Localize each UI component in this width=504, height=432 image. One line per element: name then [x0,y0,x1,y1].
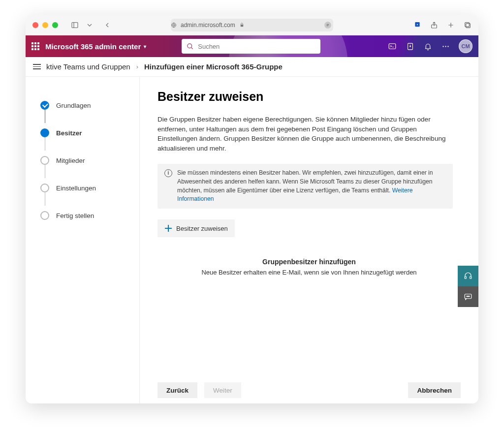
search-box[interactable] [182,39,320,54]
step-einstellungen[interactable]: Einstellungen [40,174,139,202]
empty-subtitle: Neue Besitzer erhalten eine E-Mail, wenn… [158,269,461,276]
svg-point-27 [468,296,469,297]
cancel-button[interactable]: Abbrechen [408,382,461,398]
step-besitzer[interactable]: Besitzer [40,119,139,147]
wizard-body: Grundlagen Besitzer Mitglieder Einstellu… [26,77,478,403]
lock-icon [239,22,245,28]
browser-titlebar: admin.microsoft.com [26,15,478,35]
maximize-window-button[interactable] [52,22,58,28]
product-title: Microsoft 365 admin center [45,42,141,51]
waffle-icon [32,42,39,50]
tabs-icon[interactable] [464,21,472,29]
menu-toggle-button[interactable] [31,64,43,69]
plus-icon [164,224,172,232]
chevron-right-icon: › [136,63,138,70]
url-text: admin.microsoft.com [181,22,235,29]
feedback-button[interactable] [458,286,478,307]
help-headset-button[interactable] [458,266,478,286]
back-button[interactable] [103,21,111,29]
page-title: Besitzer zuweisen [158,90,461,104]
search-input[interactable] [198,43,315,50]
breadcrumb-bar: ktive Teams und Gruppen › Hinzufügen ein… [26,57,478,77]
more-icon[interactable] [441,42,450,51]
breadcrumb: ktive Teams und Gruppen › Hinzufügen ein… [46,62,283,71]
stepper: Grundlagen Besitzer Mitglieder Einstellu… [26,77,140,403]
close-window-button[interactable] [32,22,38,28]
globe-icon [171,22,177,28]
chevron-down-icon[interactable]: ▾ [144,44,146,49]
new-tab-icon[interactable] [447,21,455,29]
bookmark-icon[interactable] [413,21,421,29]
svg-rect-23 [465,277,466,279]
next-button[interactable]: Weiter [204,382,241,398]
svg-rect-13 [465,22,470,27]
window-controls [32,22,58,28]
reader-icon[interactable] [324,22,331,29]
breadcrumb-current: Hinzufügen einer Microsoft 365-Gruppe [144,62,283,71]
svg-rect-0 [72,22,78,28]
svg-line-15 [191,47,193,49]
app-launcher-button[interactable] [26,42,45,50]
bell-icon[interactable] [423,42,432,51]
page-description: Die Gruppen Besitzer haben eigene Berech… [158,115,458,153]
assign-owner-button[interactable]: Besitzer zuweisen [158,219,235,237]
svg-point-21 [445,46,446,47]
svg-point-20 [442,46,443,47]
svg-rect-16 [389,44,396,49]
svg-point-26 [467,296,468,297]
url-bar[interactable]: admin.microsoft.com [171,19,333,31]
svg-point-22 [447,46,448,47]
chevron-down-icon[interactable] [86,21,94,29]
side-float-tabs [458,266,478,307]
sidebar-toggle-icon[interactable] [71,21,79,29]
step-fertig-stellen[interactable]: Fertig stellen [40,202,139,229]
minimize-window-button[interactable] [42,22,48,28]
wizard-footer: Zurück Weiter Abbrechen [140,377,478,403]
info-notice: i Sie müssen mindestens einen Besitzer h… [158,164,453,209]
browser-window: admin.microsoft.com Micro [26,15,478,403]
breadcrumb-prev[interactable]: ktive Teams und Gruppen [46,62,130,71]
empty-state: Gruppenbesitzer hinzufügen Neue Besitzer… [158,258,461,276]
share-icon[interactable] [430,21,438,29]
main-panel: Besitzer zuweisen Die Gruppen Besitzer h… [140,77,478,403]
svg-rect-4 [240,25,243,27]
empty-title: Gruppenbesitzer hinzufügen [158,258,461,266]
step-grundlagen[interactable]: Grundlagen [40,92,139,119]
info-icon: i [164,169,172,177]
avatar[interactable]: CM [459,39,472,53]
install-icon[interactable] [406,42,414,51]
svg-point-28 [469,296,470,297]
prompt-icon[interactable] [388,42,397,51]
search-icon [187,43,194,50]
svg-rect-24 [470,277,472,279]
svg-rect-12 [466,23,471,28]
step-mitglieder[interactable]: Mitglieder [40,147,139,174]
svg-point-14 [188,43,192,48]
back-button[interactable]: Zurück [158,382,197,398]
app-header: Microsoft 365 admin center ▾ CM [26,35,478,57]
